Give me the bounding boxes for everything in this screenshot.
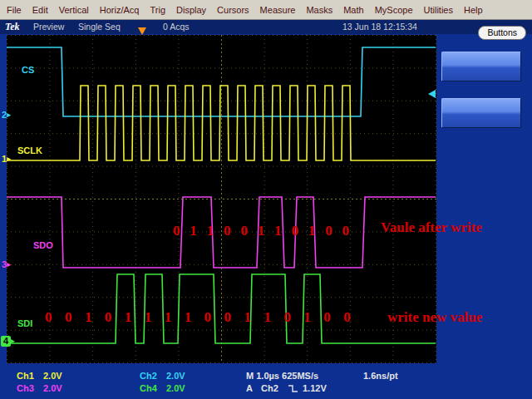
preview-status: Preview	[33, 22, 64, 32]
sdi-bit-annotation: 0 0 1 0 1 1 1 1 0 0 1 1 0 1 0 0	[45, 309, 355, 326]
menu-math[interactable]: Math	[343, 5, 363, 15]
side-menu-button-2[interactable]	[441, 98, 521, 128]
menu-myscope[interactable]: MyScope	[375, 5, 413, 15]
menu-trig[interactable]: Trig	[150, 5, 165, 15]
menu-display[interactable]: Display	[176, 5, 206, 15]
ch1-readout-value: 2.0V	[43, 371, 62, 381]
right-arrow-icon: ▸	[7, 260, 11, 268]
ch1-readout-label[interactable]: Ch1	[17, 371, 34, 381]
buttons-button[interactable]: Buttons	[478, 26, 526, 40]
menu-vertical[interactable]: Vertical	[59, 5, 89, 15]
sdo-channel-label: SDO	[33, 240, 53, 250]
menu-bar: File Edit Vertical Horiz/Acq Trig Displa…	[0, 0, 532, 20]
ch1-ground-marker[interactable]: 1▸	[2, 154, 11, 164]
right-arrow-icon: ▸	[7, 155, 11, 163]
menu-edit[interactable]: Edit	[32, 5, 48, 15]
tek-logo: Tek	[5, 21, 20, 33]
sclk-channel-label: SCLK	[17, 145, 42, 155]
ch2-ground-marker[interactable]: 2▸	[2, 110, 11, 120]
trigger-source-readout: Ch2	[261, 383, 278, 393]
trigger-level-marker-icon[interactable]	[428, 90, 436, 98]
datetime: 13 Jun 18 12:15:34	[342, 22, 417, 32]
menu-cursors[interactable]: Cursors	[217, 5, 249, 15]
right-arrow-icon: ▸	[7, 111, 11, 119]
status-bar: Tek Preview Single Seq 0 Acqs 13 Jun 18 …	[0, 20, 532, 34]
waveform-display: CS SCLK SDO SDI 0 1 1 0 0 1 1 0 1 0 0 0 …	[7, 35, 436, 363]
ch4-marker-number: 4	[1, 336, 11, 347]
menu-utilities[interactable]: Utilities	[424, 5, 453, 15]
right-arrow-icon: ▸	[11, 337, 15, 345]
ch3-readout-label[interactable]: Ch3	[17, 383, 34, 393]
timebase-readout: M 1.0µs 625MS/s	[246, 371, 318, 381]
sdo-bit-annotation: 0 1 1 0 0 1 1 0 1 0 0	[173, 223, 352, 239]
trigger-mode-readout: A	[246, 383, 253, 393]
ch3-readout-value: 2.0V	[43, 383, 62, 393]
ch4-readout-value: 2.0V	[166, 383, 185, 393]
cs-channel-label: CS	[22, 65, 34, 75]
acquisition-mode: Single Seq	[78, 22, 121, 32]
menu-masks[interactable]: Masks	[306, 5, 332, 15]
ch4-readout-label[interactable]: Ch4	[140, 383, 157, 393]
ch2-readout-label[interactable]: Ch2	[140, 371, 157, 381]
acquisition-count: 0 Acqs	[163, 22, 190, 32]
oscilloscope-app: File Edit Vertical Horiz/Acq Trig Displa…	[0, 0, 532, 399]
trigger-level-readout: 1.12V	[303, 383, 327, 393]
falling-edge-icon	[288, 383, 298, 395]
resolution-readout: 1.6ns/pt	[363, 371, 398, 381]
trigger-position-marker-icon[interactable]	[138, 27, 146, 35]
ch2-readout-value: 2.0V	[166, 371, 185, 381]
sdo-annotation-note: Vaule after write	[381, 219, 482, 236]
ch3-ground-marker[interactable]: 3▸	[2, 259, 11, 269]
ch4-ground-marker[interactable]: 4▸	[1, 336, 15, 347]
menu-file[interactable]: File	[7, 5, 22, 15]
menu-help[interactable]: Help	[464, 5, 483, 15]
menu-measure[interactable]: Measure	[260, 5, 296, 15]
sdi-channel-label: SDI	[17, 318, 32, 328]
menu-horiz-acq[interactable]: Horiz/Acq	[100, 5, 140, 15]
sdi-annotation-note: write new value	[387, 309, 482, 326]
side-menu-button-1[interactable]	[441, 52, 521, 81]
